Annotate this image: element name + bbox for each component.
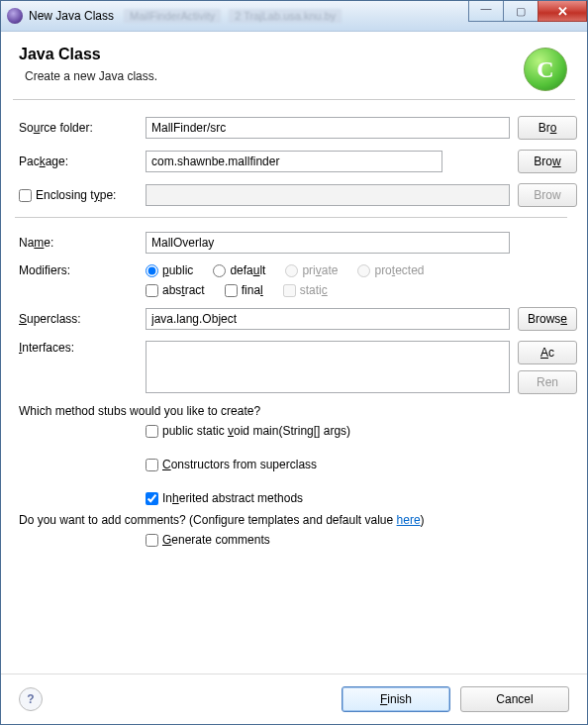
package-label: Package: — [19, 155, 138, 168]
dialog-header: Java Class Create a new Java class. C — [1, 32, 587, 99]
interfaces-list[interactable] — [146, 341, 510, 393]
stub-main-checkbox[interactable] — [146, 425, 158, 438]
comments-question: Do you want to add comments? (Configure … — [19, 513, 587, 527]
stub-inherited-checkbox[interactable] — [146, 492, 158, 505]
modifier-final[interactable]: final — [225, 283, 263, 297]
interfaces-label: Interfaces: — [19, 341, 138, 355]
source-folder-row: Source folder: Bro — [19, 116, 587, 140]
stub-main-option[interactable]: public static void main(String[] args) — [146, 424, 587, 438]
maximize-button[interactable]: ▢ — [503, 1, 539, 22]
source-folder-label: Source folder: — [19, 121, 138, 135]
configure-templates-link[interactable]: here — [397, 513, 421, 527]
browse-source-button[interactable]: Bro — [518, 116, 577, 140]
help-icon[interactable]: ? — [19, 687, 43, 711]
modifier-static-checkbox — [283, 284, 296, 297]
window-title: New Java Class — [29, 9, 114, 23]
stub-constructors-option[interactable]: Constructors from superclass — [146, 458, 587, 471]
generate-comments-option[interactable]: Generate comments — [146, 533, 587, 547]
remove-interface-button: Ren — [518, 370, 577, 394]
eclipse-icon — [7, 8, 23, 24]
close-button[interactable]: ✕ — [538, 1, 587, 22]
form-content: Source folder: Bro Package: Brow Encl — [1, 100, 587, 673]
modifier-default-radio[interactable] — [213, 264, 226, 277]
dialog-footer: ? Finish Cancel — [1, 673, 587, 724]
modifiers-label: Modifiers: — [19, 263, 138, 277]
stub-constructors-checkbox[interactable] — [146, 459, 158, 471]
cancel-button[interactable]: Cancel — [460, 686, 569, 712]
modifier-public[interactable]: public — [146, 263, 193, 277]
finish-button[interactable]: Finish — [342, 686, 450, 712]
enclosing-type-label: Enclosing type: — [19, 188, 138, 202]
name-label: Name: — [19, 236, 138, 250]
minimize-button[interactable]: — — [468, 1, 504, 22]
modifier-protected-radio — [357, 264, 370, 277]
window-controls: — ▢ ✕ — [469, 1, 587, 22]
add-interface-button[interactable]: Ac — [518, 341, 577, 364]
modifier-abstract-checkbox[interactable] — [146, 284, 158, 297]
modifier-default[interactable]: default — [213, 263, 265, 277]
name-row: Name: — [19, 232, 587, 254]
modifiers-group: public default private protected — [146, 263, 425, 297]
stub-inherited-option[interactable]: Inherited abstract methods — [146, 491, 587, 505]
stubs-question: Which method stubs would you like to cre… — [19, 404, 587, 418]
browse-package-button[interactable]: Brow — [518, 150, 577, 173]
dialog-subtitle: Create a new Java class. — [25, 69, 569, 83]
superclass-input[interactable] — [146, 308, 510, 330]
class-icon: C — [524, 48, 567, 91]
superclass-row: Superclass: Browse — [19, 307, 587, 331]
interfaces-row: Interfaces: Ac Ren — [19, 341, 587, 394]
enclosing-type-input — [146, 184, 510, 206]
modifier-public-radio[interactable] — [146, 264, 158, 277]
modifier-abstract[interactable]: abstract — [146, 283, 205, 297]
source-folder-input[interactable] — [146, 117, 510, 139]
blurred-tab-1: MailFinderActivity — [124, 9, 221, 23]
modifiers-row: Modifiers: public default private — [19, 263, 587, 297]
dialog-heading: Java Class — [19, 46, 569, 63]
superclass-label: Superclass: — [19, 312, 138, 326]
enclosing-type-checkbox[interactable] — [19, 189, 32, 202]
titlebar: New Java Class MailFinderActivity 2 Traj… — [1, 1, 587, 32]
modifier-private: private — [285, 263, 338, 277]
modifier-final-checkbox[interactable] — [225, 284, 238, 297]
browse-enclosing-button: Brow — [518, 183, 577, 207]
new-java-class-dialog: New Java Class MailFinderActivity 2 Traj… — [0, 0, 588, 725]
modifier-protected: protected — [357, 263, 424, 277]
name-input[interactable] — [146, 232, 510, 254]
generate-comments-checkbox[interactable] — [146, 534, 158, 547]
browse-superclass-button[interactable]: Browse — [518, 307, 577, 331]
background-tabs: MailFinderActivity 2 TrajLab.usa.knu.by — [124, 9, 342, 23]
modifier-private-radio — [285, 264, 298, 277]
enclosing-type-row: Enclosing type: Brow — [19, 183, 587, 207]
modifier-static: static — [283, 283, 328, 297]
divider — [15, 217, 567, 218]
blurred-tab-2: 2 TrajLab.usa.knu.by — [229, 9, 342, 23]
package-input[interactable] — [146, 151, 442, 172]
package-row: Package: Brow — [19, 150, 587, 173]
